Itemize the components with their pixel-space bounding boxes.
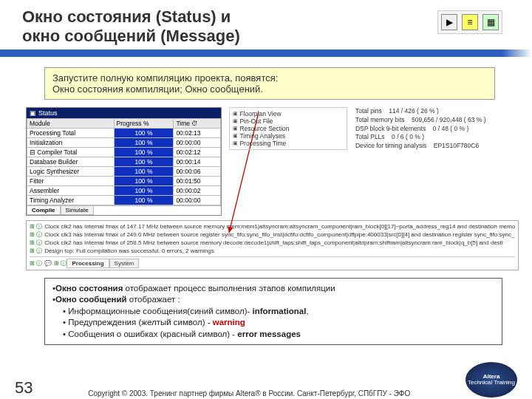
table-row: Logic Synthesizer100 %00:00:06 — [27, 166, 221, 176]
messages-window: Clock clk2 has Internal fmax of 147.17 M… — [26, 220, 519, 270]
tab-system[interactable]: System — [109, 259, 140, 268]
table-row: Assembler100 %00:00:02 — [27, 185, 221, 195]
report-icon[interactable]: ≡ — [462, 14, 478, 30]
message-line: Clock clk2 has Internal fmax of 147.17 M… — [30, 222, 515, 231]
table-row: ⊟ Compiler Total100 %00:02:12 — [27, 147, 221, 157]
tree-item[interactable]: Timing Analyses — [233, 132, 342, 140]
col-time: Time ⏱ — [174, 118, 221, 128]
status-window: Status Module Progress % Time ⏱ Processi… — [26, 107, 222, 216]
tab-simulate[interactable]: Simulate — [61, 206, 94, 215]
instruction-line2: Окно состояния компиляции; Окно сообщени… — [52, 83, 487, 95]
messages-tabs: Processing System — [54, 259, 139, 268]
page-number: 53 — [15, 378, 33, 398]
compile-icon[interactable]: ▶ — [441, 14, 457, 30]
tree-item[interactable]: Processing Time — [233, 140, 342, 147]
instruction-box: Запустите полную компиляцию проекта, поя… — [44, 67, 495, 100]
tab-compile[interactable]: Compile — [27, 206, 61, 215]
tab-processing[interactable]: Processing — [66, 259, 109, 268]
message-line: Clock clk3 has Internal fmax of 249.0 MH… — [30, 231, 515, 239]
table-row: Initialization100 %00:00:00 — [27, 137, 221, 147]
report-tree: Floorplan View Pin-Out File Resource Sec… — [229, 107, 347, 150]
title-line1: Окно состояния (Status) и — [22, 7, 231, 26]
tree-item[interactable]: Floorplan View — [233, 110, 342, 117]
instruction-line1: Запустите полную компиляцию проекта, поя… — [52, 72, 487, 83]
message-line: Clock clk2 has Internal fmax of 258.5 MH… — [30, 239, 515, 247]
col-progress: Progress % — [114, 118, 174, 128]
title-line2: окно сообщений (Message) — [22, 27, 240, 45]
tree-item[interactable]: Resource Section — [233, 125, 342, 132]
summary-stats: Total pins 114 / 426 ( 26 % ) Total memo… — [355, 107, 511, 151]
table-row: Timing Analyzer100 %00:00:00 — [27, 195, 221, 205]
legend-box: •Окно состояния отображает процесс выпол… — [44, 278, 502, 346]
messages-label: 💬 — [44, 260, 52, 267]
chip-icon[interactable]: ▦ — [482, 14, 499, 30]
screenshot-panels: Status Module Progress % Time ⏱ Processi… — [26, 107, 519, 216]
status-table: Module Progress % Time ⏱ Processing Tota… — [27, 118, 221, 205]
table-row: Database Builder100 %00:00:14 — [27, 157, 221, 166]
status-titlebar: Status — [27, 108, 221, 118]
altera-logo: Altera Technical Training — [466, 362, 517, 398]
title-divider — [0, 50, 532, 57]
status-tabs: Compile Simulate — [27, 205, 221, 215]
messages-bottom-bar: 💬 Processing System — [30, 256, 515, 268]
table-row: Processing Total100 %00:02:13 — [27, 128, 221, 137]
copyright: Copyright © 2003. Тренинг партнер фирмы … — [33, 389, 466, 398]
footer: 53 Copyright © 2003. Тренинг партнер фир… — [0, 362, 532, 398]
toolbar-icons: ▶ ≡ ▦ — [437, 10, 502, 34]
col-module: Module — [27, 118, 115, 128]
tree-item[interactable]: Pin-Out File — [233, 117, 342, 125]
table-row: Fitter100 %00:01:50 — [27, 176, 221, 185]
message-line: Design top: Full compilation was success… — [30, 247, 515, 255]
